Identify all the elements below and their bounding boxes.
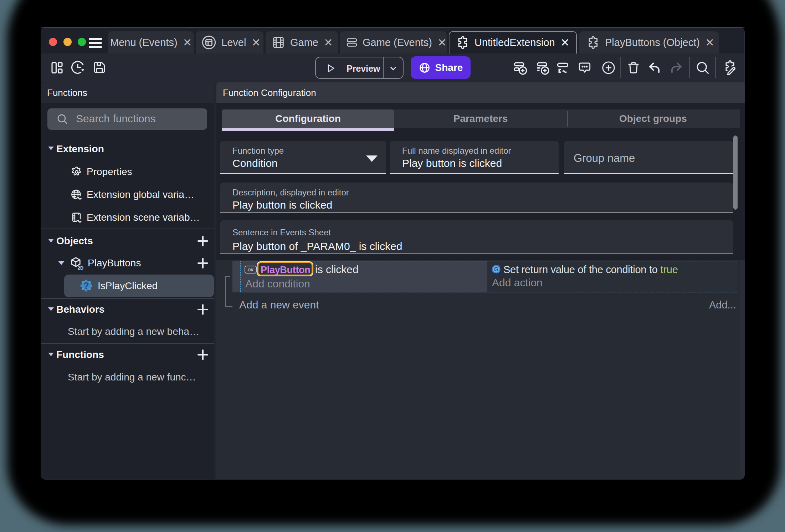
svg-text:2D: 2D xyxy=(78,266,83,271)
svg-text:G: G xyxy=(494,266,498,272)
svg-text:?: ? xyxy=(83,281,89,291)
svg-text:OK: OK xyxy=(248,268,254,272)
